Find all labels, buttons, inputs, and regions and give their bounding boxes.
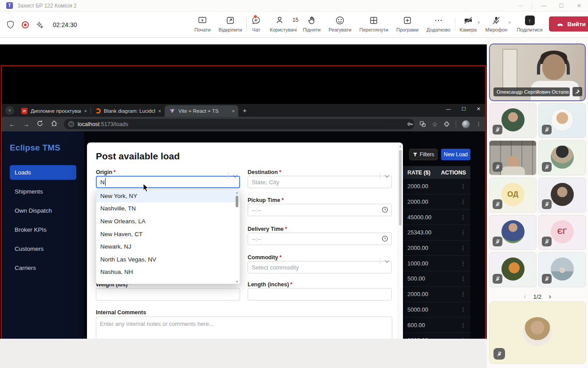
modal-scrollbar[interactable]: ▲ ▼ — [398, 144, 402, 354]
participant-tile[interactable]: ЄГ — [538, 215, 586, 250]
participant-tile[interactable]: ОД — [489, 178, 537, 213]
sidebar-item-customers[interactable]: Customers — [10, 241, 76, 256]
sidebar-item-shipments[interactable]: Shipments — [10, 184, 76, 199]
participant-tile[interactable] — [538, 103, 586, 138]
translate-icon[interactable] — [419, 121, 426, 127]
maximize-button[interactable]: ☐ — [552, 3, 570, 9]
origin-option[interactable]: Nashville, TN — [96, 202, 240, 215]
filters-button[interactable]: Filters — [409, 149, 438, 160]
commodity-input[interactable] — [248, 261, 392, 273]
participant-tile-large[interactable] — [489, 301, 586, 364]
chat-button[interactable]: Чат — [251, 12, 261, 38]
origin-option[interactable]: New York, NY — [96, 190, 240, 202]
tab-search-chevron-icon[interactable]: ˅ — [5, 106, 14, 115]
scrollbar-thumb[interactable] — [236, 196, 238, 207]
camera-options-chevron-icon[interactable]: ˅ — [478, 20, 480, 25]
camera-button[interactable]: Камера — [460, 12, 477, 38]
titlebar-more-icon[interactable]: ⋯ — [511, 3, 529, 9]
participant-tile[interactable] — [538, 178, 586, 213]
row-actions-icon[interactable]: ⋮ — [460, 183, 466, 190]
passwords-key-icon[interactable] — [407, 121, 414, 127]
browser-maximize-button[interactable]: ☐ — [462, 106, 466, 112]
more-button[interactable]: Додатково — [426, 12, 450, 38]
tab-lucidchart[interactable]: Blank diagram: Lucidchart × — [91, 105, 165, 117]
pickup-time-input[interactable] — [248, 204, 392, 216]
new-load-button[interactable]: New Load — [441, 149, 470, 160]
chevron-down-icon[interactable] — [380, 174, 392, 178]
chevron-down-icon[interactable] — [229, 174, 240, 178]
chevron-down-icon[interactable] — [380, 260, 392, 263]
sidebar-item-carriers[interactable]: Carriers — [10, 261, 76, 275]
browser-minimize-button[interactable]: — — [446, 106, 451, 112]
origin-option[interactable]: New Haven, CT — [96, 228, 240, 241]
participant-tile[interactable] — [538, 252, 586, 287]
pin-icon[interactable] — [572, 87, 582, 96]
start-share-button[interactable]: Почати — [194, 12, 211, 38]
tab-thesis[interactable]: iT Дипломне проєктування – Ка × — [17, 105, 91, 117]
origin-option[interactable]: North Las Vegas, NV — [96, 253, 240, 266]
origin-input[interactable] — [96, 176, 240, 188]
people-button[interactable]: 15 Користувачі — [269, 12, 297, 38]
leave-button[interactable]: Вийти — [549, 16, 588, 32]
minimize-button[interactable]: — — [535, 3, 552, 9]
sidebar-item-own-dispatch[interactable]: Own Dispatch — [10, 203, 76, 218]
clock-icon[interactable] — [382, 206, 388, 215]
tab-close-icon[interactable]: × — [84, 108, 87, 114]
participant-tile[interactable] — [489, 103, 537, 138]
new-tab-button[interactable]: + — [243, 107, 247, 114]
tab-vite-active[interactable]: Vite + React + TS × — [165, 105, 238, 117]
page-next-icon[interactable]: › — [549, 293, 551, 301]
row-actions-icon[interactable]: ⋮ — [460, 229, 466, 236]
view-button[interactable]: Переглянути — [359, 12, 388, 38]
back-icon[interactable]: ← — [9, 120, 16, 128]
scrollbar-thumb[interactable] — [399, 150, 402, 226]
extensions-icon[interactable] — [443, 121, 450, 127]
page-prev-icon[interactable]: ‹ — [524, 293, 526, 301]
origin-option[interactable]: New Orleans, LA — [96, 215, 240, 228]
dropdown-scrollbar[interactable]: ▲ ▼ — [235, 190, 239, 284]
row-actions-icon[interactable]: ⋮ — [460, 291, 466, 297]
row-actions-icon[interactable]: ⋮ — [460, 245, 466, 251]
participant-tile[interactable] — [489, 140, 537, 175]
browser-profile-avatar[interactable] — [462, 120, 470, 128]
site-info-icon[interactable]: ⓘ — [68, 121, 74, 127]
participant-tile[interactable] — [489, 252, 537, 287]
row-actions-icon[interactable]: ⋮ — [460, 214, 466, 221]
browser-close-button[interactable]: ✕ — [477, 106, 481, 112]
pinned-video-tile[interactable]: Олександр Сергійович Остапе... — [489, 44, 586, 101]
address-bar[interactable]: ⓘ localhost:5173/loads — [64, 119, 414, 129]
length-input[interactable] — [248, 288, 392, 301]
reload-icon[interactable] — [36, 120, 43, 128]
browser-menu-icon[interactable]: ⋮ — [476, 121, 481, 127]
destination-input[interactable] — [248, 176, 392, 188]
participant-tile[interactable] — [538, 140, 586, 175]
row-actions-icon[interactable]: ⋮ — [460, 322, 466, 328]
forward-icon[interactable]: → — [23, 120, 29, 128]
home-icon[interactable] — [51, 120, 58, 128]
delivery-time-input[interactable] — [248, 233, 392, 245]
clock-icon[interactable] — [382, 235, 388, 244]
shield-icon[interactable] — [6, 20, 15, 29]
apps-button[interactable]: Програми — [396, 12, 418, 38]
row-actions-icon[interactable]: ⋮ — [460, 306, 466, 313]
row-actions-icon[interactable]: ⋮ — [460, 275, 466, 282]
unpin-button[interactable]: Відкріпити — [219, 12, 242, 38]
mic-options-chevron-icon[interactable]: ˅ — [508, 20, 510, 25]
close-button[interactable]: ✕ — [570, 3, 588, 9]
row-actions-icon[interactable]: ⋮ — [460, 260, 466, 267]
raise-hand-button[interactable]: Підняти — [303, 12, 320, 38]
share-button[interactable]: ↑ Поділитися — [517, 12, 543, 38]
bookmark-star-icon[interactable]: ☆ — [432, 121, 438, 128]
sidebar-item-loads[interactable]: Loads — [10, 165, 76, 180]
participant-tile[interactable] — [489, 215, 537, 250]
origin-option[interactable]: Newark, NJ — [96, 240, 240, 253]
tab-close-icon[interactable]: × — [158, 108, 161, 114]
tab-close-icon[interactable]: × — [232, 108, 235, 114]
origin-option[interactable]: Nashua, NH — [96, 266, 240, 279]
weight-input[interactable] — [96, 288, 240, 301]
sparkle-icon[interactable] — [36, 21, 44, 29]
react-button[interactable]: Реагувати — [328, 12, 351, 38]
mic-button[interactable]: Мікрофон — [485, 12, 508, 38]
sidebar-item-broker-kpis[interactable]: Broker KPIs — [10, 222, 76, 237]
row-actions-icon[interactable]: ⋮ — [460, 198, 466, 205]
